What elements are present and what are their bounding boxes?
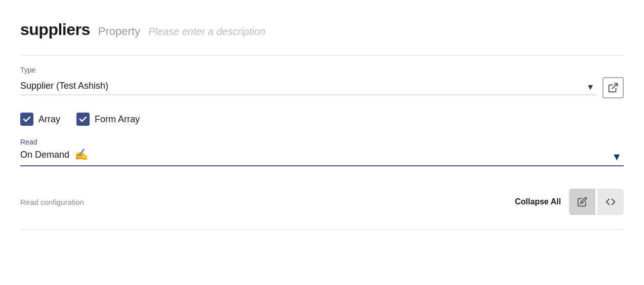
read-section: Read On Demand ✍ ▼ bbox=[20, 138, 624, 166]
page-title: suppliers bbox=[20, 20, 90, 39]
type-label: Type bbox=[20, 66, 624, 74]
external-link-icon bbox=[608, 82, 619, 93]
form-array-checkmark-icon bbox=[79, 115, 87, 123]
header-divider bbox=[20, 55, 624, 56]
type-row: Supplier (Test Ashish) ▼ bbox=[20, 77, 624, 98]
checkboxes-row: Array Form Array bbox=[20, 113, 624, 126]
bottom-section: Read configuration Collapse All bbox=[20, 181, 624, 215]
header-row: suppliers Property Please enter a descri… bbox=[20, 20, 624, 39]
read-label: Read bbox=[20, 138, 624, 146]
code-button[interactable] bbox=[597, 189, 624, 215]
read-config-label: Read configuration bbox=[20, 198, 84, 206]
collapse-all-button[interactable]: Collapse All bbox=[515, 197, 561, 206]
array-checkmark-icon bbox=[23, 115, 31, 123]
code-icon bbox=[605, 196, 616, 207]
read-select-value: On Demand ✍ bbox=[20, 148, 624, 161]
read-on-demand-text: On Demand bbox=[20, 150, 69, 160]
type-dropdown-arrow-icon: ▼ bbox=[586, 83, 594, 92]
edit-icon bbox=[577, 197, 587, 207]
type-select[interactable]: Supplier (Test Ashish) ▼ bbox=[20, 81, 596, 95]
type-select-value: Supplier (Test Ashish) bbox=[20, 81, 124, 91]
edit-button[interactable] bbox=[569, 189, 595, 215]
external-link-button[interactable] bbox=[602, 77, 624, 98]
cursor-pointer-icon: ✍ bbox=[74, 148, 88, 161]
read-select[interactable]: On Demand ✍ ▼ bbox=[20, 148, 624, 166]
form-array-checkbox-box bbox=[76, 113, 90, 126]
property-label: Property bbox=[98, 25, 140, 38]
bottom-divider bbox=[20, 229, 624, 230]
form-array-checkbox-label: Form Array bbox=[95, 114, 140, 125]
bottom-right-actions: Collapse All bbox=[515, 189, 624, 215]
form-array-checkbox[interactable]: Form Array bbox=[76, 113, 140, 126]
description-placeholder: Please enter a description bbox=[148, 26, 265, 38]
array-checkbox-box bbox=[20, 113, 33, 126]
array-checkbox-label: Array bbox=[38, 114, 60, 125]
array-checkbox[interactable]: Array bbox=[20, 113, 60, 126]
svg-line-0 bbox=[612, 84, 617, 89]
